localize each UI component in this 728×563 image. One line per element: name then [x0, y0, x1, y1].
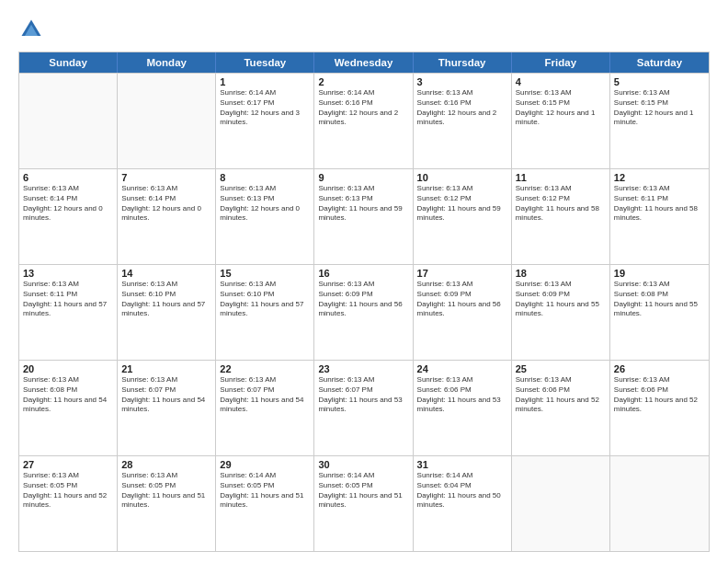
day-info: Sunrise: 6:13 AMSunset: 6:06 PMDaylight:… [614, 375, 705, 415]
day-number: 3 [417, 76, 507, 87]
day-info: Sunrise: 6:13 AMSunset: 6:13 PMDaylight:… [220, 184, 310, 224]
day-info: Sunrise: 6:13 AMSunset: 6:05 PMDaylight:… [23, 471, 113, 511]
day-number: 16 [318, 268, 408, 279]
calendar-row-4: 20Sunrise: 6:13 AMSunset: 6:08 PMDayligh… [19, 360, 709, 455]
day-info: Sunrise: 6:13 AMSunset: 6:07 PMDaylight:… [318, 375, 408, 415]
calendar-cell-11: 11Sunrise: 6:13 AMSunset: 6:12 PMDayligh… [512, 169, 610, 264]
calendar: SundayMondayTuesdayWednesdayThursdayFrid… [18, 52, 710, 552]
day-info: Sunrise: 6:13 AMSunset: 6:07 PMDaylight:… [220, 375, 310, 415]
day-number: 27 [23, 459, 113, 470]
day-number: 14 [121, 268, 211, 279]
calendar-row-1: 1Sunrise: 6:14 AMSunset: 6:17 PMDaylight… [19, 73, 709, 168]
day-info: Sunrise: 6:13 AMSunset: 6:10 PMDaylight:… [121, 280, 211, 319]
day-info: Sunrise: 6:13 AMSunset: 6:07 PMDaylight:… [121, 375, 211, 415]
day-info: Sunrise: 6:13 AMSunset: 6:15 PMDaylight:… [516, 88, 606, 128]
col-header-saturday: Saturday [610, 52, 709, 73]
day-info: Sunrise: 6:13 AMSunset: 6:06 PMDaylight:… [516, 375, 606, 415]
calendar-cell-6: 6Sunrise: 6:13 AMSunset: 6:14 PMDaylight… [19, 169, 118, 264]
calendar-cell-26: 26Sunrise: 6:13 AMSunset: 6:06 PMDayligh… [610, 361, 709, 455]
day-number: 15 [220, 268, 310, 279]
day-number: 10 [417, 172, 507, 183]
calendar-body: 1Sunrise: 6:14 AMSunset: 6:17 PMDaylight… [19, 73, 709, 551]
calendar-cell-13: 13Sunrise: 6:13 AMSunset: 6:11 PMDayligh… [19, 265, 118, 360]
calendar-cell-24: 24Sunrise: 6:13 AMSunset: 6:06 PMDayligh… [414, 361, 512, 455]
calendar-cell-28: 28Sunrise: 6:13 AMSunset: 6:05 PMDayligh… [118, 456, 216, 551]
calendar-cell-19: 19Sunrise: 6:13 AMSunset: 6:08 PMDayligh… [610, 265, 709, 360]
day-info: Sunrise: 6:13 AMSunset: 6:13 PMDaylight:… [318, 184, 408, 224]
day-info: Sunrise: 6:13 AMSunset: 6:11 PMDaylight:… [23, 280, 113, 319]
day-info: Sunrise: 6:13 AMSunset: 6:09 PMDaylight:… [417, 280, 507, 319]
day-info: Sunrise: 6:13 AMSunset: 6:12 PMDaylight:… [417, 184, 507, 224]
calendar-cell-23: 23Sunrise: 6:13 AMSunset: 6:07 PMDayligh… [314, 361, 413, 455]
calendar-cell-21: 21Sunrise: 6:13 AMSunset: 6:07 PMDayligh… [118, 361, 216, 455]
calendar-cell-9: 9Sunrise: 6:13 AMSunset: 6:13 PMDaylight… [314, 169, 413, 264]
calendar-cell-empty [610, 456, 709, 551]
day-number: 19 [614, 268, 705, 279]
calendar-cell-4: 4Sunrise: 6:13 AMSunset: 6:15 PMDaylight… [512, 74, 610, 168]
day-info: Sunrise: 6:13 AMSunset: 6:08 PMDaylight:… [23, 375, 113, 415]
calendar-cell-16: 16Sunrise: 6:13 AMSunset: 6:09 PMDayligh… [314, 265, 413, 360]
day-info: Sunrise: 6:14 AMSunset: 6:05 PMDaylight:… [318, 471, 408, 511]
day-number: 24 [417, 363, 507, 374]
calendar-cell-31: 31Sunrise: 6:14 AMSunset: 6:04 PMDayligh… [414, 456, 512, 551]
day-number: 26 [614, 363, 705, 374]
day-number: 4 [516, 76, 606, 87]
day-number: 31 [417, 459, 507, 470]
day-number: 1 [220, 76, 310, 87]
day-number: 2 [318, 76, 408, 87]
calendar-cell-empty [19, 74, 118, 168]
calendar-header-row: SundayMondayTuesdayWednesdayThursdayFrid… [19, 52, 709, 73]
calendar-cell-30: 30Sunrise: 6:14 AMSunset: 6:05 PMDayligh… [314, 456, 413, 551]
calendar-cell-empty [512, 456, 610, 551]
col-header-thursday: Thursday [414, 52, 512, 73]
calendar-cell-18: 18Sunrise: 6:13 AMSunset: 6:09 PMDayligh… [512, 265, 610, 360]
day-number: 22 [220, 363, 310, 374]
col-header-monday: Monday [118, 52, 216, 73]
calendar-cell-1: 1Sunrise: 6:14 AMSunset: 6:17 PMDaylight… [216, 74, 314, 168]
col-header-sunday: Sunday [19, 52, 118, 73]
day-number: 20 [23, 363, 113, 374]
calendar-cell-14: 14Sunrise: 6:13 AMSunset: 6:10 PMDayligh… [118, 265, 216, 360]
day-info: Sunrise: 6:13 AMSunset: 6:10 PMDaylight:… [220, 280, 310, 319]
day-number: 13 [23, 268, 113, 279]
calendar-cell-27: 27Sunrise: 6:13 AMSunset: 6:05 PMDayligh… [19, 456, 118, 551]
calendar-cell-12: 12Sunrise: 6:13 AMSunset: 6:11 PMDayligh… [610, 169, 709, 264]
day-number: 30 [318, 459, 408, 470]
day-info: Sunrise: 6:13 AMSunset: 6:06 PMDaylight:… [417, 375, 507, 415]
day-info: Sunrise: 6:13 AMSunset: 6:08 PMDaylight:… [614, 280, 705, 319]
calendar-cell-8: 8Sunrise: 6:13 AMSunset: 6:13 PMDaylight… [216, 169, 314, 264]
calendar-cell-7: 7Sunrise: 6:13 AMSunset: 6:14 PMDaylight… [118, 169, 216, 264]
day-number: 9 [318, 172, 408, 183]
day-info: Sunrise: 6:14 AMSunset: 6:17 PMDaylight:… [220, 88, 310, 128]
day-info: Sunrise: 6:13 AMSunset: 6:09 PMDaylight:… [318, 280, 408, 319]
calendar-cell-10: 10Sunrise: 6:13 AMSunset: 6:12 PMDayligh… [414, 169, 512, 264]
calendar-cell-20: 20Sunrise: 6:13 AMSunset: 6:08 PMDayligh… [19, 361, 118, 455]
calendar-cell-5: 5Sunrise: 6:13 AMSunset: 6:15 PMDaylight… [610, 74, 709, 168]
day-number: 29 [220, 459, 310, 470]
day-number: 11 [516, 172, 606, 183]
day-info: Sunrise: 6:14 AMSunset: 6:05 PMDaylight:… [220, 471, 310, 511]
day-number: 25 [516, 363, 606, 374]
calendar-cell-22: 22Sunrise: 6:13 AMSunset: 6:07 PMDayligh… [216, 361, 314, 455]
logo [18, 17, 48, 42]
calendar-cell-17: 17Sunrise: 6:13 AMSunset: 6:09 PMDayligh… [414, 265, 512, 360]
calendar-cell-29: 29Sunrise: 6:14 AMSunset: 6:05 PMDayligh… [216, 456, 314, 551]
col-header-tuesday: Tuesday [216, 52, 314, 73]
calendar-row-3: 13Sunrise: 6:13 AMSunset: 6:11 PMDayligh… [19, 264, 709, 360]
day-info: Sunrise: 6:13 AMSunset: 6:15 PMDaylight:… [614, 88, 705, 128]
col-header-wednesday: Wednesday [314, 52, 413, 73]
calendar-cell-15: 15Sunrise: 6:13 AMSunset: 6:10 PMDayligh… [216, 265, 314, 360]
calendar-row-2: 6Sunrise: 6:13 AMSunset: 6:14 PMDaylight… [19, 168, 709, 264]
day-info: Sunrise: 6:13 AMSunset: 6:14 PMDaylight:… [23, 184, 113, 224]
calendar-cell-25: 25Sunrise: 6:13 AMSunset: 6:06 PMDayligh… [512, 361, 610, 455]
day-number: 23 [318, 363, 408, 374]
day-info: Sunrise: 6:13 AMSunset: 6:14 PMDaylight:… [121, 184, 211, 224]
calendar-cell-empty [118, 74, 216, 168]
calendar-cell-2: 2Sunrise: 6:14 AMSunset: 6:16 PMDaylight… [314, 74, 413, 168]
day-info: Sunrise: 6:14 AMSunset: 6:16 PMDaylight:… [318, 88, 408, 128]
day-number: 18 [516, 268, 606, 279]
day-info: Sunrise: 6:13 AMSunset: 6:05 PMDaylight:… [121, 471, 211, 511]
day-info: Sunrise: 6:13 AMSunset: 6:11 PMDaylight:… [614, 184, 705, 224]
day-number: 8 [220, 172, 310, 183]
col-header-friday: Friday [512, 52, 610, 73]
